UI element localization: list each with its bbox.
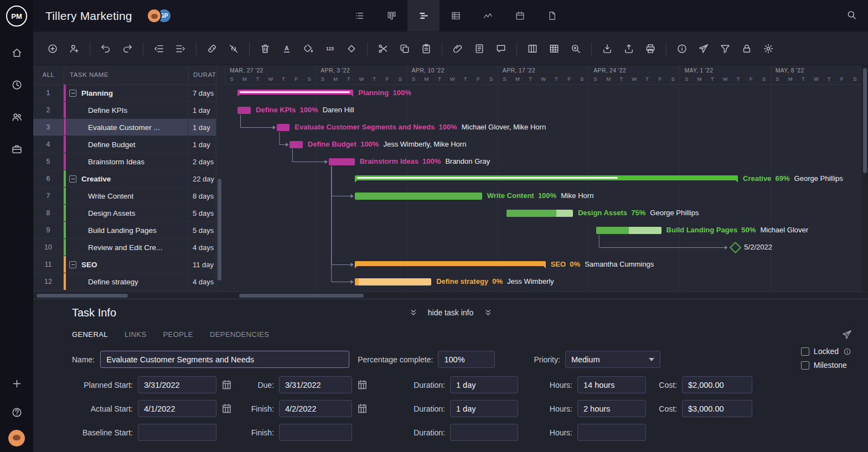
print-icon[interactable]	[644, 43, 657, 55]
notes-icon[interactable]	[473, 43, 485, 55]
task-name-cell[interactable]: Design Assets	[64, 205, 188, 221]
text-format-icon[interactable]: A	[281, 43, 293, 55]
table-hscroll-thumb[interactable]	[37, 294, 128, 298]
tab-dependencies[interactable]: DEPENDENCIES	[210, 330, 269, 339]
hide-task-info-button[interactable]: hide task info	[409, 308, 493, 317]
task-name-cell[interactable]: Planning	[64, 85, 188, 101]
calendar-icon[interactable]	[220, 402, 233, 415]
task-row-7[interactable]: 7Write Content8 days	[33, 188, 216, 205]
tab-people[interactable]: PEOPLE	[163, 330, 193, 339]
board-view-tab[interactable]	[375, 0, 407, 32]
baseline-start-hours-input[interactable]	[577, 424, 646, 441]
gantt-view-tab[interactable]	[407, 0, 440, 32]
info-icon[interactable]	[676, 43, 688, 55]
gantt-summary-bar-creative[interactable]	[355, 175, 738, 180]
planned-start-duration-input[interactable]: 1 day	[450, 376, 518, 393]
task-name-cell[interactable]: Brainstorm Ideas	[64, 153, 188, 170]
gantt-summary-bar-seo[interactable]	[355, 261, 546, 266]
sidebar-plus-icon[interactable]	[0, 369, 33, 398]
task-duration-cell[interactable]: 22 day	[188, 170, 216, 187]
task-name-cell[interactable]: SEO	[64, 256, 188, 273]
task-duration-cell[interactable]: 4 days	[188, 273, 216, 290]
unlink-icon[interactable]	[228, 43, 240, 55]
chart-vertical-scrollbar[interactable]	[861, 65, 868, 292]
task-duration-cell[interactable]: 2 days	[188, 153, 216, 170]
task-row-12[interactable]: 12Define strategy4 days	[33, 273, 216, 290]
import-icon[interactable]	[601, 43, 613, 55]
chart-hscroll-thumb[interactable]	[239, 294, 364, 298]
sidebar-help-icon[interactable]	[0, 398, 33, 427]
task-row-8[interactable]: 8Design Assets5 days	[33, 205, 216, 222]
cut-icon[interactable]	[377, 43, 389, 55]
calendar-icon[interactable]	[355, 378, 369, 392]
app-logo[interactable]: PM	[0, 0, 33, 32]
sidebar-clock-icon[interactable]	[0, 69, 33, 101]
gantt-bar-write-content[interactable]	[355, 193, 482, 200]
sidebar-home-icon[interactable]	[0, 37, 33, 69]
add-icon[interactable]	[46, 43, 59, 55]
outdent-icon[interactable]	[153, 43, 165, 55]
gantt-summary-bar-planning[interactable]	[237, 90, 353, 95]
column-all[interactable]: ALL	[33, 65, 64, 84]
settings-icon[interactable]	[762, 43, 774, 55]
link-icon[interactable]	[206, 43, 218, 55]
task-row-1[interactable]: 1Planning7 days	[33, 85, 216, 102]
columns-icon[interactable]	[526, 43, 539, 55]
task-name-cell[interactable]: Review and Edit Cre...	[64, 239, 188, 256]
task-duration-cell[interactable]: 11 day	[188, 256, 216, 273]
milestone-checkbox-row[interactable]: Milestone	[801, 361, 851, 370]
tab-links[interactable]: LINKS	[125, 330, 147, 339]
task-row-10[interactable]: 10Review and Edit Cre...4 days	[33, 239, 216, 256]
actual-start-duration-input[interactable]: 1 day	[450, 400, 518, 417]
task-row-4[interactable]: 4Define Budget1 day	[33, 136, 216, 153]
task-row-3[interactable]: 3Evaluate Customer ...1 day	[33, 119, 216, 136]
comment-icon[interactable]	[495, 43, 507, 55]
zoom-icon[interactable]	[570, 43, 582, 55]
send-icon[interactable]	[841, 329, 852, 342]
gantt-bar-design-assets[interactable]	[507, 210, 573, 217]
delete-icon[interactable]	[259, 43, 271, 55]
task-duration-cell[interactable]: 7 days	[188, 85, 216, 101]
send-icon[interactable]	[698, 43, 710, 55]
task-duration-cell[interactable]: 1 day	[188, 136, 216, 153]
task-row-9[interactable]: 9Build Landing Pages5 days	[33, 222, 216, 239]
column-task-name[interactable]: TASK NAME	[64, 65, 188, 84]
task-name-cell[interactable]: Creative	[64, 170, 188, 187]
task-duration-cell[interactable]: 1 day	[188, 119, 216, 136]
baseline-start-finish-input[interactable]	[279, 424, 352, 441]
grid-icon[interactable]	[548, 43, 560, 55]
gantt-bar-evaluate-customer[interactable]	[277, 124, 290, 131]
table-vertical-scrollbar[interactable]	[218, 65, 221, 292]
assign-icon[interactable]	[68, 43, 80, 55]
tab-general[interactable]: GENERAL	[72, 330, 108, 339]
task-name-cell[interactable]: Define KPIs	[64, 102, 188, 118]
locked-checkbox[interactable]	[801, 347, 809, 356]
calendar-view-tab[interactable]	[504, 0, 536, 32]
sidebar-briefcase-icon[interactable]	[0, 133, 33, 165]
actual-start-finish-input[interactable]: 4/2/2022	[279, 400, 352, 417]
paste-icon[interactable]	[420, 43, 432, 55]
search-icon[interactable]	[846, 9, 857, 22]
task-duration-cell[interactable]: 5 days	[188, 222, 216, 238]
task-row-6[interactable]: 6Creative22 day	[33, 170, 216, 188]
gantt-bar-define-kpis[interactable]	[237, 107, 250, 114]
export-icon[interactable]	[623, 43, 635, 55]
actual-start-input[interactable]: 4/1/2022	[138, 400, 216, 417]
task-duration-cell[interactable]: 4 days	[188, 239, 216, 256]
horizontal-scrollbar[interactable]	[33, 292, 868, 299]
user-avatar[interactable]	[8, 430, 25, 446]
gantt-bar-define-budget[interactable]	[290, 141, 302, 148]
scrollbar-thumb[interactable]	[218, 179, 221, 280]
undo-icon[interactable]	[100, 43, 112, 55]
task-name-cell[interactable]: Build Landing Pages	[64, 222, 188, 238]
milestone-icon[interactable]	[345, 43, 358, 55]
gantt-bar-define-strategy[interactable]	[355, 278, 431, 285]
planned-start-cost-input[interactable]: $2,000.00	[682, 376, 752, 393]
gantt-bar-brainstorm-ideas[interactable]	[329, 158, 355, 165]
attachment-icon[interactable]	[452, 43, 464, 55]
collapse-icon[interactable]	[69, 175, 76, 183]
task-name-cell[interactable]: Define strategy	[64, 273, 188, 290]
task-name-cell[interactable]: Evaluate Customer ...	[64, 119, 188, 136]
sidebar-users-icon[interactable]	[0, 101, 33, 133]
percent-complete-input[interactable]: 100%	[438, 351, 495, 368]
